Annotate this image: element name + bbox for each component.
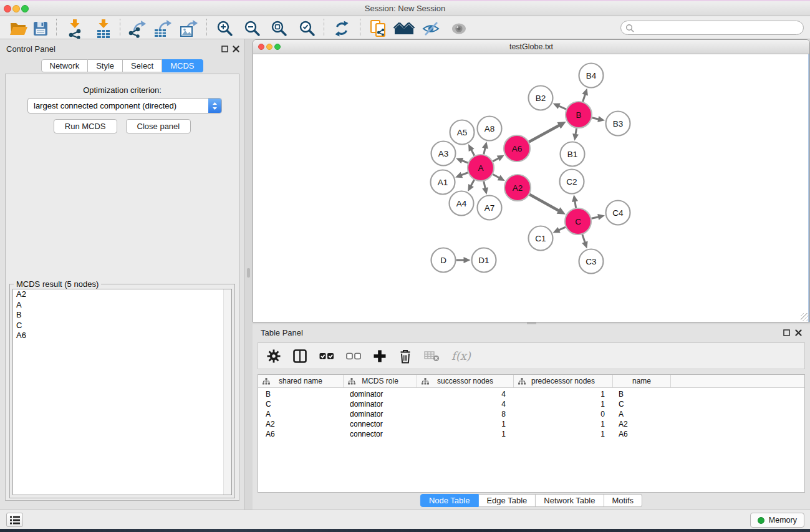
gear-icon[interactable] [267, 349, 281, 363]
import-network-icon[interactable] [64, 18, 85, 39]
svg-text:C: C [575, 217, 581, 226]
mcds-result-list[interactable]: A2ABCA6 [12, 289, 232, 495]
graph-node-A5[interactable]: A5 [450, 120, 475, 145]
svg-text:A6: A6 [512, 144, 523, 153]
zoom-network-window-button[interactable] [274, 44, 281, 50]
graph-node-C3[interactable]: C3 [579, 249, 604, 274]
graph-node-C4[interactable]: C4 [606, 201, 630, 225]
table-row[interactable]: Bdominator41B [258, 389, 804, 399]
import-table-icon[interactable] [93, 18, 114, 39]
tab-network[interactable]: Network [41, 59, 88, 72]
network-graph[interactable]: B4B2BB3A8A5A6B1A3AC2A1A2A4A7C4CC1C3DD1 [253, 54, 809, 322]
save-icon[interactable] [32, 18, 49, 39]
graph-node-A1[interactable]: A1 [431, 170, 455, 195]
column-header-name[interactable]: name [613, 375, 671, 387]
network-window-title: testGlobe.txt [253, 40, 809, 54]
table-row[interactable]: Adominator80A [258, 409, 804, 419]
graph-node-A3[interactable]: A3 [432, 142, 456, 166]
tab-style[interactable]: Style [88, 59, 123, 72]
tab-network-table[interactable]: Network Table [536, 494, 604, 507]
hide-eye-icon[interactable] [421, 18, 441, 39]
split-column-icon[interactable] [292, 349, 307, 363]
column-header-MCDS-role[interactable]: MCDS role [344, 375, 417, 387]
graph-node-D1[interactable]: D1 [472, 248, 496, 273]
network-canvas[interactable]: B4B2BB3A8A5A6B1A3AC2A1A2A4A7C4CC1C3DD1 [253, 54, 809, 322]
graph-node-B1[interactable]: B1 [561, 142, 585, 167]
table-row[interactable]: Cdominator41C [258, 399, 804, 409]
export-table-icon[interactable] [152, 18, 173, 39]
float-table-panel-icon[interactable] [782, 328, 791, 337]
network-overview-icon[interactable] [369, 18, 388, 39]
window-resize-grip[interactable] [801, 313, 809, 321]
home-icon[interactable] [393, 18, 415, 39]
criterion-dropdown[interactable]: largest connected component (directed) [27, 98, 222, 114]
refresh-icon[interactable] [332, 18, 351, 39]
column-header-successor-nodes[interactable]: successor nodes [417, 375, 514, 387]
mcds-result-item[interactable]: B [13, 310, 231, 321]
graph-node-A8[interactable]: A8 [478, 117, 502, 141]
show-eye-icon[interactable] [450, 18, 468, 39]
control-panel: Control Panel Network Style Select MCDS … [0, 39, 244, 510]
close-table-panel-icon[interactable] [794, 328, 803, 337]
export-network-icon[interactable] [127, 18, 148, 39]
zoom-fit-icon[interactable] [269, 18, 289, 39]
task-history-icon[interactable] [6, 513, 23, 527]
minimize-network-window-button[interactable] [266, 44, 272, 50]
mcds-result-item[interactable]: A [13, 300, 231, 311]
table-header-row: shared nameMCDS rolesuccessor nodesprede… [258, 375, 804, 388]
tab-mcds[interactable]: MCDS [162, 59, 203, 72]
table-row[interactable]: A2connector11A2 [258, 419, 804, 429]
tab-edge-table[interactable]: Edge Table [478, 494, 536, 507]
graph-node-D[interactable]: D [432, 248, 456, 273]
deselect-all-icon[interactable] [346, 349, 361, 363]
mcds-result-item[interactable]: A6 [13, 331, 231, 341]
column-header-shared-name[interactable]: shared name [258, 375, 344, 387]
zoom-in-icon[interactable] [215, 18, 235, 39]
result-scrollbar[interactable] [223, 289, 231, 495]
zoom-out-icon[interactable] [243, 18, 263, 39]
tab-motifs[interactable]: Motifs [604, 494, 642, 507]
zoom-window-button[interactable] [21, 5, 29, 12]
graph-node-A4[interactable]: A4 [450, 191, 474, 216]
search-field[interactable] [620, 21, 804, 35]
tab-node-table[interactable]: Node Table [420, 494, 479, 507]
toolbar-separator [324, 19, 324, 36]
close-network-window-button[interactable] [258, 44, 264, 50]
graph-node-B3[interactable]: B3 [606, 112, 630, 136]
graph-node-B2[interactable]: B2 [529, 86, 553, 110]
graph-node-C2[interactable]: C2 [560, 170, 584, 194]
table-row[interactable]: A6connector11A6 [258, 429, 804, 439]
graph-node-C[interactable]: C [565, 208, 591, 235]
dropdown-stepper-icon [208, 99, 221, 113]
run-mcds-button[interactable]: Run MCDS [54, 119, 117, 133]
graph-node-C1[interactable]: C1 [529, 226, 553, 251]
search-input[interactable] [634, 22, 803, 34]
toolbar-separator [56, 19, 57, 36]
zoom-selected-icon[interactable] [297, 18, 317, 39]
graph-node-A6[interactable]: A6 [504, 135, 530, 162]
function-builder-icon[interactable]: f(x) [451, 349, 471, 362]
add-column-icon[interactable] [373, 349, 387, 363]
mcds-result-item[interactable]: A2 [13, 289, 231, 300]
float-panel-icon[interactable] [220, 44, 229, 53]
graph-node-B[interactable]: B [566, 102, 592, 128]
close-panel-icon[interactable] [231, 44, 240, 53]
mcds-result-item[interactable]: C [13, 321, 231, 331]
graph-node-A2[interactable]: A2 [504, 175, 531, 201]
graph-node-B4[interactable]: B4 [579, 64, 604, 88]
graph-node-A7[interactable]: A7 [478, 196, 502, 220]
graph-node-A[interactable]: A [468, 155, 494, 181]
select-all-icon[interactable] [319, 349, 334, 363]
export-image-icon[interactable] [178, 18, 200, 39]
open-folder-icon[interactable] [9, 18, 29, 39]
delete-column-icon[interactable] [398, 349, 412, 364]
close-panel-button[interactable]: Close panel [126, 119, 191, 133]
close-window-button[interactable] [4, 5, 11, 12]
window-title: Session: New Session [0, 1, 810, 16]
memory-button[interactable]: Memory [750, 513, 804, 528]
delete-table-icon[interactable] [424, 351, 440, 362]
minimize-window-button[interactable] [12, 5, 20, 12]
tab-select[interactable]: Select [123, 59, 162, 72]
column-header-predecessor-nodes[interactable]: predecessor nodes [514, 375, 613, 387]
vertical-split-handle[interactable] [247, 268, 250, 278]
